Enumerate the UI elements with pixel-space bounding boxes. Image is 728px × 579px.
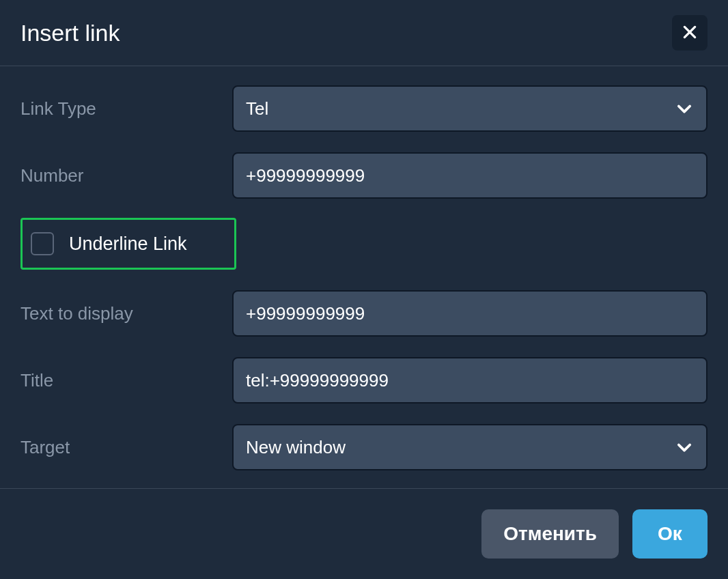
dialog-body: Link Type Tel Number Underline Link	[0, 66, 728, 484]
link-type-label: Link Type	[20, 98, 96, 119]
text-to-display-row: Text to display	[20, 290, 708, 337]
text-to-display-input[interactable]	[232, 290, 708, 337]
dialog-footer: Отменить Ок	[0, 488, 728, 579]
dialog-header: Insert link	[0, 0, 728, 66]
text-to-display-label: Text to display	[20, 303, 133, 324]
link-type-row: Link Type Tel	[20, 85, 708, 132]
chevron-down-icon	[675, 99, 694, 118]
close-icon	[681, 23, 699, 43]
target-label: Target	[20, 437, 70, 457]
underline-checkbox-label: Underline Link	[69, 234, 187, 255]
underline-link-row: Underline Link	[20, 218, 236, 270]
title-row: Title	[20, 357, 708, 404]
dialog-title: Insert link	[20, 20, 120, 46]
close-button[interactable]	[672, 15, 708, 51]
ok-button[interactable]: Ок	[632, 509, 708, 559]
target-value: New window	[246, 437, 346, 458]
title-field-label: Title	[20, 370, 53, 391]
cancel-button[interactable]: Отменить	[481, 509, 619, 559]
number-label: Number	[20, 165, 83, 186]
target-row: Target New window	[20, 424, 708, 470]
link-type-select[interactable]: Tel	[232, 85, 708, 132]
number-input[interactable]	[232, 152, 708, 199]
chevron-down-icon	[675, 438, 694, 457]
underline-checkbox[interactable]	[31, 232, 54, 255]
link-type-value: Tel	[246, 98, 268, 119]
target-select[interactable]: New window	[232, 424, 708, 470]
title-input[interactable]	[232, 357, 708, 404]
number-row: Number	[20, 152, 708, 199]
